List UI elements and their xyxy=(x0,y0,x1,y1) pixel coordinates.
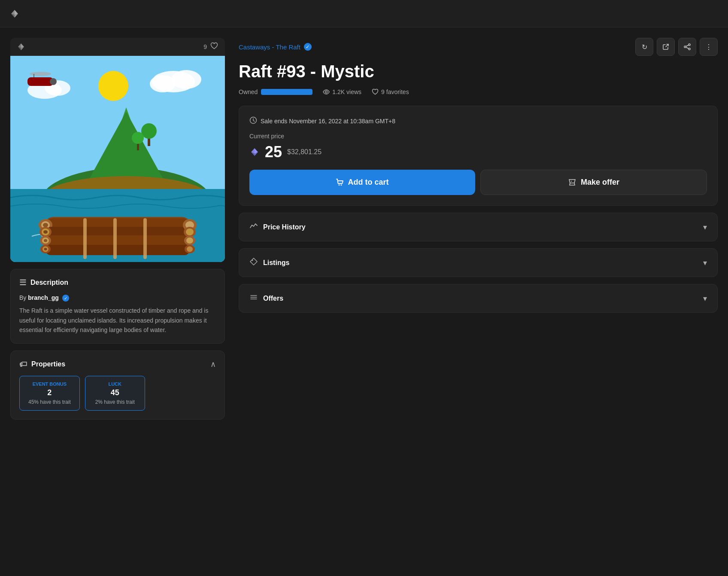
svg-point-16 xyxy=(30,72,51,76)
price-history-card: Price History ▾ xyxy=(239,213,718,241)
heart-icon[interactable] xyxy=(210,42,218,52)
svg-rect-45 xyxy=(46,245,190,255)
svg-point-60 xyxy=(689,44,690,46)
svg-line-64 xyxy=(686,47,689,49)
svg-point-44 xyxy=(44,239,47,242)
offers-title: Offers xyxy=(249,293,283,304)
properties-chevron: ∧ xyxy=(210,360,216,369)
share-button[interactable] xyxy=(678,38,696,56)
description-header: ☰ Description xyxy=(19,278,216,287)
offers-chevron: ▾ xyxy=(703,294,707,303)
listings-title: Listings xyxy=(249,257,289,268)
svg-point-71 xyxy=(339,184,340,186)
listings-card: Listings ▾ xyxy=(239,248,718,277)
property-event-bonus: EVENT BONUS 2 45% have this trait xyxy=(19,376,80,411)
property-type-0: EVENT BONUS xyxy=(28,381,71,387)
author-verified-badge: ✓ xyxy=(62,295,69,302)
svg-point-11 xyxy=(150,75,176,92)
price-eth: 25 xyxy=(265,143,282,161)
svg-point-65 xyxy=(325,91,328,93)
collection-verified-badge: ✓ xyxy=(304,43,312,51)
sale-timer: Sale ends November 16, 2022 at 10:38am G… xyxy=(249,116,707,126)
right-column: Castaways - The Raft ✓ ↻ xyxy=(239,38,718,420)
add-to-cart-button[interactable]: Add to cart xyxy=(249,170,475,195)
main-layout: 9 xyxy=(0,27,728,430)
property-value-0: 2 xyxy=(28,388,71,397)
svg-line-63 xyxy=(686,45,689,46)
svg-point-74 xyxy=(252,260,253,261)
property-type-1: LUCK xyxy=(94,381,136,387)
svg-point-57 xyxy=(186,238,193,244)
more-options-button[interactable]: ⋮ xyxy=(700,38,718,56)
left-column: 9 xyxy=(10,38,225,420)
like-count: 9 xyxy=(203,43,207,50)
owner-info: Owned xyxy=(239,88,312,95)
nft-image xyxy=(10,56,225,262)
svg-point-55 xyxy=(186,229,194,235)
svg-point-59 xyxy=(187,247,193,252)
offers-header[interactable]: Offers ▾ xyxy=(239,284,717,312)
svg-point-14 xyxy=(98,71,128,101)
tag-listings-icon xyxy=(249,257,258,268)
svg-rect-15 xyxy=(27,77,53,86)
refresh-button[interactable]: ↻ xyxy=(635,38,653,56)
offers-card: Offers ▾ xyxy=(239,284,718,313)
nft-meta: Owned 1.2K views 9 favorites xyxy=(239,88,718,95)
price-history-title: Price History xyxy=(249,222,306,232)
price-history-header[interactable]: Price History ▾ xyxy=(239,213,717,241)
property-value-1: 45 xyxy=(94,388,136,397)
nft-title: Raft #93 - Mystic xyxy=(239,61,718,82)
svg-marker-5 xyxy=(21,43,24,48)
clock-icon xyxy=(249,116,257,126)
listings-header[interactable]: Listings ▾ xyxy=(239,249,717,277)
svg-point-73 xyxy=(571,181,572,182)
eth-nav-icon xyxy=(9,8,21,20)
description-card: ☰ Description By branch_gg ✓ The Raft is… xyxy=(10,269,225,344)
eth-chain-indicator xyxy=(17,43,25,51)
svg-marker-4 xyxy=(18,43,21,48)
action-icons-group: ↻ xyxy=(635,38,718,56)
svg-point-10 xyxy=(171,70,201,89)
purchase-buttons: Add to cart Make offer xyxy=(249,170,707,195)
description-author: By branch_gg ✓ xyxy=(19,294,216,302)
svg-rect-49 xyxy=(83,218,87,259)
external-link-button[interactable] xyxy=(657,38,675,56)
nft-image-header: 9 xyxy=(10,38,225,56)
description-title: ☰ Description xyxy=(19,278,68,287)
owner-address-bar xyxy=(261,89,312,95)
nft-image-card: 9 xyxy=(10,38,225,262)
properties-grid: EVENT BONUS 2 45% have this trait LUCK 4… xyxy=(19,376,216,411)
collection-name[interactable]: Castaways - The Raft ✓ xyxy=(239,43,312,51)
svg-point-62 xyxy=(689,48,690,50)
price-history-chevron: ▾ xyxy=(703,222,707,232)
lines-icon: ☰ xyxy=(19,278,26,287)
svg-point-61 xyxy=(684,46,686,48)
svg-point-48 xyxy=(44,248,47,250)
properties-header[interactable]: 🏷 Properties ∧ xyxy=(19,360,216,369)
sale-card: Sale ends November 16, 2022 at 10:38am G… xyxy=(239,106,718,206)
property-rarity-1: 2% have this trait xyxy=(94,399,136,405)
make-offer-button[interactable]: Make offer xyxy=(480,170,707,195)
eth-price-icon xyxy=(249,147,260,157)
top-nav xyxy=(0,0,728,27)
svg-point-36 xyxy=(43,223,48,227)
svg-point-26 xyxy=(132,132,144,144)
listings-chevron: ▾ xyxy=(703,258,707,268)
lines-offers-icon xyxy=(249,293,258,304)
properties-title: 🏷 Properties xyxy=(19,360,65,369)
description-text: The Raft is a simple water vessel constr… xyxy=(19,306,216,335)
svg-rect-51 xyxy=(143,218,147,259)
property-luck: LUCK 45 2% have this trait xyxy=(85,376,145,411)
properties-card: 🏷 Properties ∧ EVENT BONUS 2 45% have th… xyxy=(10,350,225,420)
svg-point-40 xyxy=(43,230,48,234)
current-price-label: Current price xyxy=(249,133,707,140)
nft-header-right: 9 xyxy=(203,42,218,52)
svg-rect-50 xyxy=(113,218,117,259)
svg-point-18 xyxy=(50,78,57,85)
price-row: 25 $32,801.25 xyxy=(249,143,707,161)
views-info: 1.2K views xyxy=(323,88,361,95)
collection-header: Castaways - The Raft ✓ ↻ xyxy=(239,38,718,56)
tag-properties-icon: 🏷 xyxy=(19,360,27,369)
property-rarity-0: 45% have this trait xyxy=(28,399,71,405)
price-usd: $32,801.25 xyxy=(287,148,322,156)
